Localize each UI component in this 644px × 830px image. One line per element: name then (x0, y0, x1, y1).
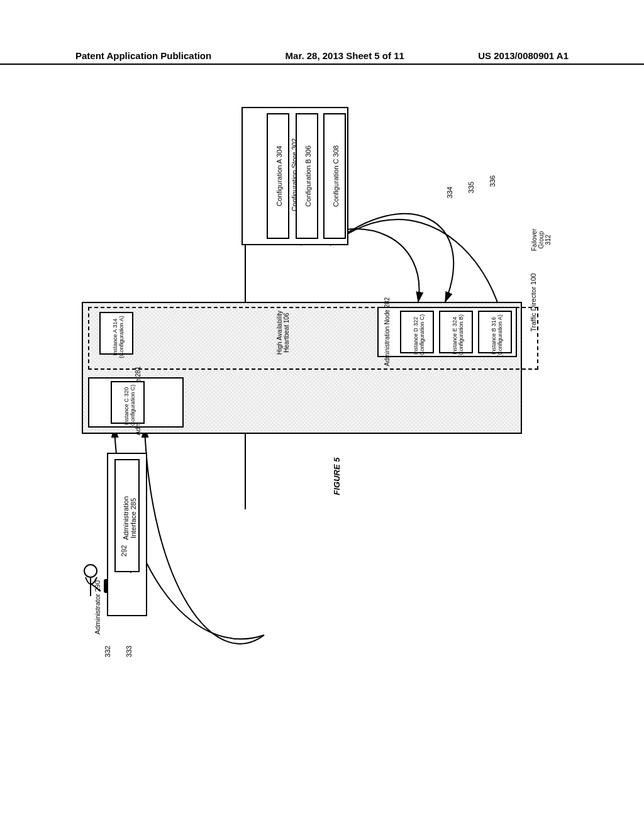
failover-group (88, 307, 538, 370)
ref-336: 336 (489, 172, 496, 191)
page-header: Patent Application Publication Mar. 28, … (0, 50, 644, 65)
config-c-label: Configuration C 308 (332, 119, 340, 233)
config-a: Configuration A 304 (267, 113, 289, 239)
instance-c-label: Instance C 320 (Configuration C) (123, 366, 136, 446)
ref-332: 332 (104, 642, 111, 661)
instance-a-label: Instance A 314 (Configuration A) (112, 297, 125, 377)
config-c: Configuration C 308 (323, 113, 346, 239)
config-b: Configuration B 306 (296, 113, 318, 239)
header-center: Mar. 28, 2013 Sheet 5 of 11 (286, 50, 404, 61)
ref-292: 292 (120, 541, 128, 560)
failover-label: Failover Group 312 (531, 215, 552, 265)
instance-a: Instance A 314 (Configuration A) (99, 312, 133, 355)
figure-caption: FIGURE 5 (332, 439, 341, 495)
header-right: US 2013/0080901 A1 (478, 50, 569, 61)
figure-canvas: Administrator 290 (75, 107, 566, 711)
header-left: Patent Application Publication (75, 50, 211, 61)
ref-334: 334 (446, 183, 453, 202)
instance-c: Instance C 320 (Configuration C) (111, 381, 145, 424)
ref-333: 333 (125, 642, 133, 661)
config-a-label: Configuration A 304 (275, 119, 283, 233)
heartbeat-label: High Availability Heartbeat 106 (276, 282, 290, 383)
administrator-label: Administrator 290 (94, 567, 101, 648)
ref-335: 335 (467, 178, 475, 197)
config-b-label: Configuration B 306 (304, 119, 312, 233)
